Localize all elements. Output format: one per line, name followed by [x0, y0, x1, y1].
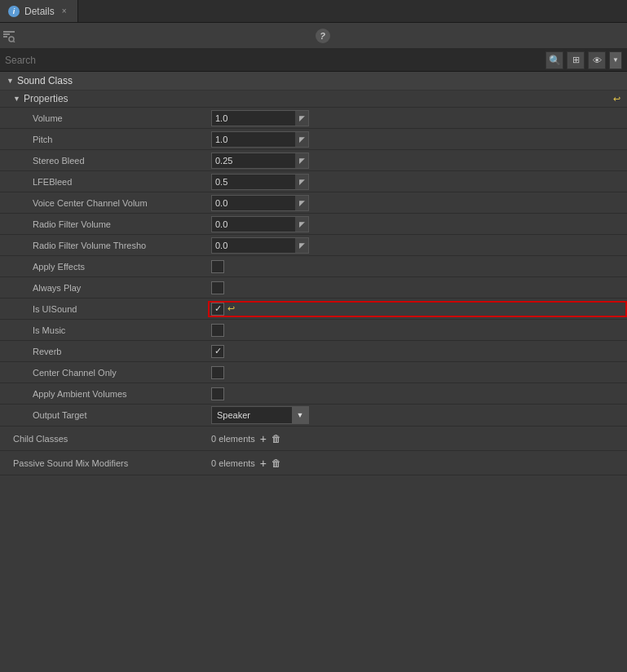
- prop-label-6: Radio Filter Volume Thresho: [0, 238, 208, 253]
- number-arrow-0[interactable]: ◤: [295, 111, 308, 126]
- checkbox-7[interactable]: [211, 260, 224, 273]
- select-14[interactable]: Speaker▼: [211, 406, 309, 424]
- passive-modifiers-label: Passive Sound Mix Modifiers: [0, 456, 208, 471]
- prop-value-5: 0.0◤: [208, 214, 627, 234]
- child-classes-add-button[interactable]: +: [260, 433, 267, 444]
- number-arrow-5[interactable]: ◤: [295, 217, 308, 232]
- checkbox-8[interactable]: [211, 281, 224, 294]
- prop-label-8: Always Play: [0, 281, 208, 295]
- eye-view-button[interactable]: 👁: [588, 51, 606, 69]
- prop-label-14: Output Target: [0, 408, 208, 422]
- passive-modifiers-row: Passive Sound Mix Modifiers 0 elements +…: [0, 451, 627, 475]
- number-input-0[interactable]: 1.0◤: [211, 110, 309, 126]
- properties-group-label: Properties: [24, 93, 610, 104]
- select-arrow-14[interactable]: ▼: [292, 407, 308, 423]
- properties-collapse-icon: ▼: [13, 95, 20, 103]
- prop-value-8: [208, 280, 627, 296]
- prop-value-10: [208, 322, 627, 338]
- prop-row-radio-filter-volume-thresho: Radio Filter Volume Thresho0.0◤: [0, 235, 627, 256]
- child-classes-delete-button[interactable]: 🗑: [272, 433, 281, 444]
- number-arrow-6[interactable]: ◤: [295, 238, 308, 253]
- toolbar-icon-left: [0, 27, 18, 45]
- passive-modifiers-delete-button[interactable]: 🗑: [272, 458, 281, 469]
- prop-row-is-music: Is Music: [0, 320, 627, 341]
- prop-row-radio-filter-volume: Radio Filter Volume0.0◤: [0, 214, 627, 235]
- prop-label-13: Apply Ambient Volumes: [0, 387, 208, 401]
- prop-row-apply-ambient-volumes: Apply Ambient Volumes: [0, 383, 627, 405]
- child-classes-label: Child Classes: [0, 431, 208, 446]
- details-tab[interactable]: i Details ×: [0, 0, 78, 22]
- search-bar: 🔍 ⊞ 👁 ▼: [0, 49, 627, 72]
- prop-row-lfebleed: LFEBleed0.5◤: [0, 171, 627, 192]
- section-label: Sound Class: [17, 75, 73, 86]
- prop-value-4: 0.0◤: [208, 193, 627, 213]
- prop-value-1: 1.0◤: [208, 130, 627, 149]
- toolbar: ?: [0, 23, 627, 49]
- grid-view-button[interactable]: ⊞: [567, 51, 585, 69]
- number-input-2[interactable]: 0.25◤: [211, 153, 309, 169]
- prop-row-output-target: Output TargetSpeaker▼: [0, 405, 627, 427]
- search-icon: 🔍: [549, 55, 561, 66]
- fields-container: Volume1.0◤Pitch1.0◤Stereo Bleed0.25◤LFEB…: [0, 108, 627, 427]
- passive-modifiers-add-button[interactable]: +: [260, 458, 267, 469]
- number-input-5[interactable]: 0.0◤: [211, 216, 309, 232]
- prop-row-reverb: Reverb: [0, 341, 627, 362]
- view-dropdown-button[interactable]: ▼: [609, 51, 622, 69]
- tab-label: Details: [24, 6, 55, 17]
- number-input-3[interactable]: 0.5◤: [211, 174, 309, 190]
- prop-row-volume: Volume1.0◤: [0, 108, 627, 129]
- prop-label-3: LFEBleed: [0, 175, 208, 189]
- tab-info-icon: i: [8, 6, 20, 17]
- child-classes-row: Child Classes 0 elements + 🗑: [0, 427, 627, 451]
- prop-value-11: [208, 343, 627, 360]
- checkbox-10[interactable]: [211, 324, 224, 337]
- properties-reset-icon[interactable]: ↩: [613, 94, 620, 104]
- child-classes-value: 0 elements + 🗑: [208, 431, 627, 446]
- prop-label-10: Is Music: [0, 323, 208, 338]
- prop-label-9: Is UISound: [0, 302, 208, 316]
- eye-icon: 👁: [593, 55, 602, 65]
- prop-value-2: 0.25◤: [208, 151, 627, 170]
- properties-group-header[interactable]: ▼ Properties ↩: [0, 91, 627, 108]
- prop-row-center-channel-only: Center Channel Only: [0, 362, 627, 383]
- section-collapse-icon: ▼: [7, 77, 14, 85]
- tab-close-button[interactable]: ×: [60, 7, 69, 16]
- prop-row-is-uisound: Is UISound↩: [0, 298, 627, 320]
- prop-value-9: ↩: [208, 301, 627, 317]
- checkbox-13[interactable]: [211, 387, 224, 400]
- search-button[interactable]: 🔍: [545, 51, 563, 69]
- sound-class-section-header[interactable]: ▼ Sound Class: [0, 72, 627, 91]
- number-input-4[interactable]: 0.0◤: [211, 195, 309, 211]
- prop-row-apply-effects: Apply Effects: [0, 256, 627, 277]
- prop-label-11: Reverb: [0, 344, 208, 359]
- checkbox-12[interactable]: [211, 366, 224, 379]
- help-icon[interactable]: ?: [316, 29, 330, 43]
- prop-label-7: Apply Effects: [0, 259, 208, 274]
- svg-point-3: [9, 37, 14, 42]
- checkbox-11[interactable]: [211, 345, 224, 358]
- prop-label-5: Radio Filter Volume: [0, 217, 208, 232]
- grid-icon: ⊞: [572, 55, 580, 65]
- number-input-6[interactable]: 0.0◤: [211, 237, 309, 254]
- checkbox-9[interactable]: [211, 303, 224, 316]
- prop-label-0: Volume: [0, 111, 208, 126]
- prop-value-12: [208, 365, 627, 381]
- number-arrow-1[interactable]: ◤: [295, 132, 308, 147]
- prop-value-6: 0.0◤: [208, 236, 627, 255]
- tab-bar: i Details ×: [0, 0, 627, 23]
- prop-row-stereo-bleed: Stereo Bleed0.25◤: [0, 150, 627, 171]
- svg-line-4: [14, 41, 15, 42]
- prop-label-12: Center Channel Only: [0, 365, 208, 380]
- number-input-1[interactable]: 1.0◤: [211, 131, 309, 148]
- number-arrow-3[interactable]: ◤: [295, 175, 308, 189]
- search-input[interactable]: [5, 55, 542, 66]
- prop-label-2: Stereo Bleed: [0, 153, 208, 168]
- number-arrow-2[interactable]: ◤: [295, 153, 308, 168]
- prop-value-7: [208, 259, 627, 275]
- number-arrow-4[interactable]: ◤: [295, 196, 308, 210]
- prop-label-1: Pitch: [0, 132, 208, 147]
- svg-rect-2: [3, 36, 7, 38]
- prop-row-voice-center-channel-volum: Voice Center Channel Volum0.0◤: [0, 192, 627, 214]
- reset-icon-9[interactable]: ↩: [227, 303, 235, 314]
- prop-value-13: [208, 386, 627, 402]
